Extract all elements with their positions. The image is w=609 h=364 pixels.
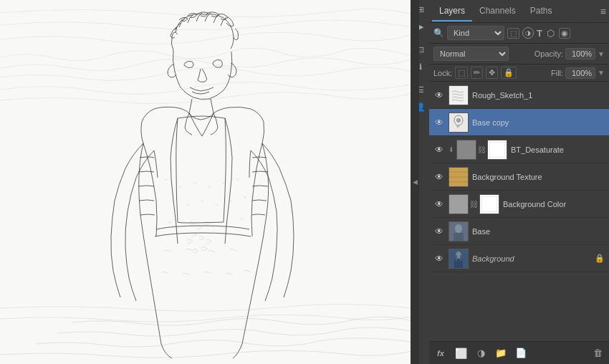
opacity-arrow[interactable]: ▼ (598, 50, 605, 58)
tab-channels[interactable]: Channels (472, 1, 523, 21)
svg-rect-4 (457, 140, 476, 159)
group-layers-button[interactable]: 📁 (494, 346, 508, 360)
svg-rect-14 (454, 233, 464, 241)
thumb-background (449, 249, 469, 269)
chain-bt-desaturate: ⬇ (449, 146, 454, 153)
svg-rect-18 (456, 255, 457, 261)
svg-point-13 (455, 224, 462, 233)
layer-item-rough-sketch-1[interactable]: 👁 Rough_Sketch_1 (429, 82, 609, 109)
layers-panel: Layers Channels Paths ≡ 🔍 Kind ⬚ ◑ T ⬡ ◉… (429, 0, 609, 364)
svg-rect-17 (454, 259, 463, 268)
layer-name-background-color: Background Color (503, 200, 605, 209)
layers-list: 👁 Rough_Sketch_1 👁 (429, 82, 609, 341)
layer-item-base-copy[interactable]: 👁 Base copy (429, 109, 609, 136)
filter-shape-icon[interactable]: ⬡ (545, 27, 556, 40)
lock-all-icon[interactable]: 🔒 (501, 67, 517, 79)
canvas-image (0, 0, 412, 364)
filter-row: 🔍 Kind ⬚ ◑ T ⬡ ◉ (429, 23, 609, 44)
visibility-bt-desaturate[interactable]: 👁 (433, 145, 445, 155)
svg-point-3 (456, 118, 461, 123)
lock-row: Lock: ⬚ ✏ ✥ 🔒 Fill: 100% ▼ (429, 64, 609, 82)
lock-position-icon[interactable]: ✥ (486, 67, 498, 79)
lock-transparency-icon[interactable]: ⬚ (455, 67, 468, 79)
fill-label: Fill: (551, 69, 563, 77)
canvas-area (0, 0, 412, 364)
layer-item-background-color[interactable]: 👁 ⛓ Background Color (429, 191, 609, 218)
panel-tabs: Layers Channels Paths (432, 1, 559, 21)
mask-bt-desaturate (487, 140, 507, 160)
thumb-background-texture (449, 167, 469, 187)
search-icon: 🔍 (433, 28, 444, 38)
visibility-background-texture[interactable]: 👁 (433, 172, 445, 182)
adjustment-layer-button[interactable]: ◑ (474, 346, 488, 360)
fill-value[interactable]: 100% (565, 67, 595, 79)
tab-layers[interactable]: Layers (432, 1, 472, 21)
visibility-background[interactable]: 👁 (433, 254, 445, 264)
layer-name-base-copy: Base copy (472, 118, 605, 127)
tab-paths[interactable]: Paths (523, 1, 560, 21)
kind-select[interactable]: Kind (447, 26, 504, 40)
layer-name-rough-sketch-1: Rough_Sketch_1 (472, 91, 605, 100)
blend-mode-select[interactable]: Normal (433, 47, 509, 61)
svg-rect-19 (460, 255, 461, 261)
layer-name-background-texture: Background Texture (472, 173, 605, 181)
chain-link-background-color[interactable]: ⛓ (470, 200, 478, 209)
filter-smart-icon[interactable]: ◉ (559, 28, 570, 39)
mask-background-color (479, 194, 499, 214)
thumb-background-color-layer (449, 194, 469, 214)
layer-name-bt-desaturate: BT_Desaturate (511, 145, 605, 154)
lock-label: Lock: (433, 69, 452, 77)
bottom-toolbar: fx ⬜ ◑ 📁 📄 🗑 (429, 341, 609, 364)
visibility-base-copy[interactable]: 👁 (433, 118, 445, 128)
fill-arrow[interactable]: ▼ (598, 69, 605, 77)
blend-row: Normal Opacity: 100% ▼ (429, 44, 609, 64)
visibility-base[interactable]: 👁 (433, 226, 445, 236)
layer-name-base: Base (472, 227, 605, 236)
panel-menu-icon[interactable]: ≡ (600, 6, 606, 17)
add-mask-button[interactable]: ⬜ (454, 346, 468, 360)
thumb-base (449, 221, 469, 241)
visibility-rough-sketch-1[interactable]: 👁 (433, 90, 445, 100)
layer-item-background[interactable]: 👁 Background 🔒 (429, 245, 609, 272)
visibility-background-color[interactable]: 👁 (433, 199, 445, 209)
thumb-base-copy (449, 112, 469, 133)
delete-layer-button[interactable]: 🗑 (590, 346, 605, 360)
thumb-bt-desaturate-layer (456, 140, 476, 160)
svg-rect-0 (449, 86, 468, 105)
layer-name-background: Background (472, 254, 591, 263)
new-layer-button[interactable]: 📄 (514, 346, 528, 360)
thumb-rough-sketch-1 (449, 85, 469, 105)
svg-rect-11 (481, 196, 497, 212)
collapse-left-button[interactable]: ◀ (411, 0, 419, 364)
layer-item-base[interactable]: 👁 Base (429, 218, 609, 245)
lock-paint-icon[interactable]: ✏ (471, 67, 483, 79)
opacity-value[interactable]: 100% (565, 48, 595, 59)
chain-link-bt-desaturate[interactable]: ⛓ (478, 145, 486, 154)
filter-adjust-icon[interactable]: ◑ (522, 27, 534, 39)
layer-lock-icon: 🔒 (595, 254, 605, 263)
opacity-label: Opacity: (534, 49, 563, 58)
filter-pixel-icon[interactable]: ⬚ (507, 28, 519, 39)
svg-rect-5 (489, 142, 505, 158)
layer-item-bt-desaturate[interactable]: 👁 ⬇ ⛓ BT_Desaturate (429, 136, 609, 163)
fx-button[interactable]: fx (433, 346, 448, 360)
svg-rect-10 (449, 195, 468, 214)
layer-item-background-texture[interactable]: 👁 Background Texture (429, 163, 609, 191)
filter-text-icon[interactable]: T (537, 28, 542, 39)
panel-header: Layers Channels Paths ≡ (429, 0, 609, 23)
